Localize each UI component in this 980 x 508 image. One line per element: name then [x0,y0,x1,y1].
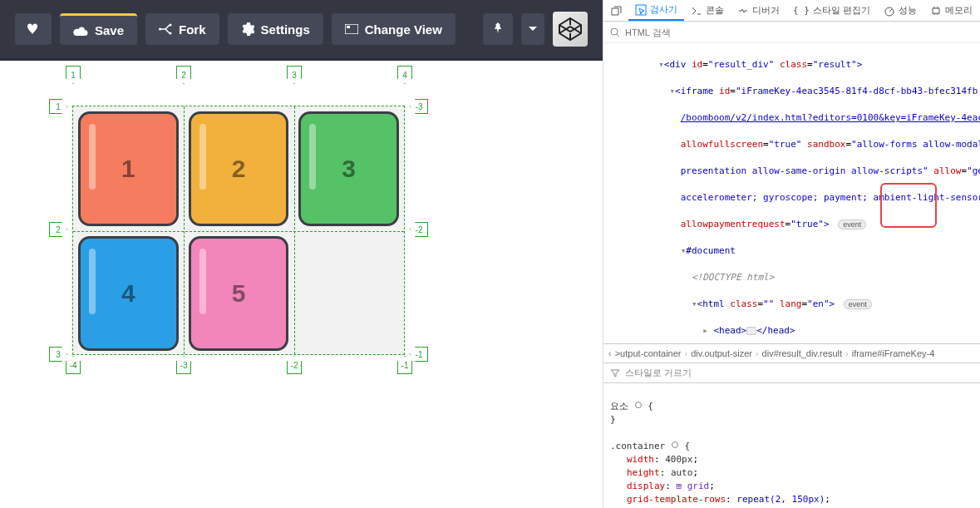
css-value[interactable]: repeat(2, 150px) [736,494,825,505]
grid-cell: 2 [189,111,289,226]
tab-label: 스타일 편집기 [813,4,870,17]
grid-line-label: -1 [397,356,412,374]
grid-line-label: -3 [176,356,191,374]
crumb[interactable]: >utput-container [615,348,682,358]
crumb[interactable]: div#result_div.result [762,348,842,358]
event-badge[interactable]: event [844,299,872,309]
changeview-button[interactable]: Change View [332,13,456,45]
devtools-tabs: 검사기 콘솔 디버거 { } 스타일 편집기 성능 메모리 [603,0,980,22]
grid-line-label: 1 [66,66,81,84]
tab-performance[interactable]: 성능 [877,0,923,21]
grid-line-label: 1 [49,99,67,114]
svg-point-1 [170,32,172,35]
rule-selector: 요소 [610,401,628,412]
grid-line-label: -4 [66,356,81,374]
svg-point-10 [672,442,677,448]
fork-label: Fork [179,22,206,37]
grid-cell: 3 [298,111,399,226]
search-input[interactable] [620,27,977,37]
svg-point-8 [611,28,618,35]
filter-icon [610,369,620,377]
pin-icon [493,22,503,36]
fork-button[interactable]: Fork [145,13,219,45]
search-icon [610,27,620,37]
fork-icon [159,23,172,35]
css-value[interactable]: grid [687,481,710,491]
codepen-logo-icon [557,16,584,42]
style-filter[interactable]: 스타일로 거르기 [603,363,980,383]
svg-rect-7 [933,8,939,13]
grid-line-label: 3 [49,347,67,362]
gear-icon [241,22,254,36]
css-value[interactable]: auto [671,467,693,478]
tab-memory[interactable]: 메모리 [923,0,979,21]
grid-line-label: 2 [49,222,67,237]
tab-style-editor[interactable]: { } 스타일 편집기 [786,0,877,21]
svg-point-0 [170,24,172,27]
svg-point-9 [635,402,641,408]
rule-selector: .container [610,441,665,451]
settings-label: Settings [261,22,310,37]
grid-line-label: -1 [410,347,428,362]
css-value[interactable]: 400px [665,454,692,465]
filter-placeholder: 스타일로 거르기 [625,367,692,379]
grid-line-label: -2 [287,356,302,374]
tab-debugger[interactable]: 디버거 [731,0,786,21]
save-label: Save [95,23,124,37]
grid-cell: 4 [78,236,179,351]
dom-tree[interactable]: ▾<div id="result_div" class="result"> ▾<… [603,43,980,343]
grid-cell: 1 [78,111,179,226]
svg-point-2 [159,28,161,31]
cloud-icon [73,26,88,36]
crumb[interactable]: iframe#iFrameKey-4 [852,348,935,358]
grid-line-label: 3 [287,66,302,84]
grid-line-label: -3 [410,99,428,114]
chevron-down-button[interactable] [521,13,544,45]
tab-label: 디버거 [752,4,780,17]
svg-rect-4 [347,26,350,28]
changeview-label: Change View [365,22,442,37]
tab-label: 콘솔 [706,4,724,17]
styles-pane[interactable]: 요소 { } .container { width: 400px; height… [603,383,980,508]
grid-container: 1 2 3 4 5 [72,106,405,355]
layout-icon [345,24,358,34]
breadcrumb[interactable]: ‹ >utput-container› div.output-sizer› di… [603,343,980,363]
avatar[interactable] [553,12,588,47]
tab-console[interactable]: 콘솔 [684,0,731,21]
tab-label: 검사기 [650,3,677,16]
save-button[interactable]: Save [60,13,137,45]
new-window-icon[interactable] [603,0,628,21]
tab-inspector[interactable]: 검사기 [628,0,684,21]
tab-label: 메모리 [945,4,973,17]
grid-line-label: 4 [397,66,412,84]
tab-label: 성능 [899,4,917,17]
heart-icon [27,23,40,35]
grid-line-label: -2 [410,222,428,237]
result-pane: 1 2 3 4 -4 -3 -2 -1 1 2 3 -3 -2 -1 1 2 3… [0,58,603,508]
heart-button[interactable] [15,13,52,45]
grid-cell: 5 [189,236,289,351]
chevron-down-icon [528,26,538,32]
crumb[interactable]: div.output-sizer [691,348,752,358]
grid-line-label: 2 [176,66,191,84]
pin-button[interactable] [483,13,513,45]
html-search[interactable] [603,22,980,43]
svg-rect-3 [345,24,358,34]
event-badge[interactable]: event [838,219,866,229]
settings-button[interactable]: Settings [228,13,323,45]
